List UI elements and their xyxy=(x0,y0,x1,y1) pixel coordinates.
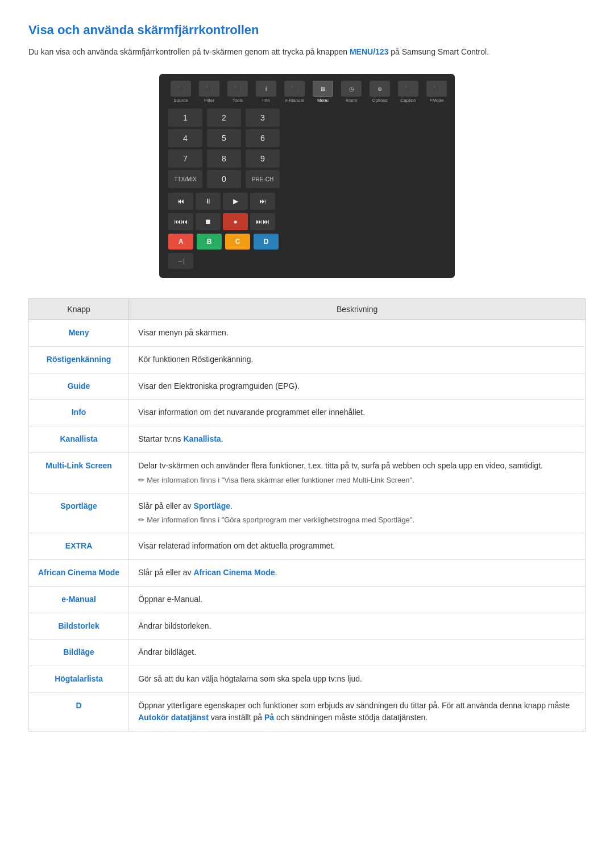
remote-source-btn: ⬛ Source xyxy=(168,81,193,103)
desc-bildstorlek: Ändrar bildstorleken. xyxy=(129,613,586,639)
key-d: D xyxy=(29,692,129,731)
remote-options-btn: ⊕ Options xyxy=(367,81,392,103)
desc-rostigenkanning: Kör funktionen Röstigenkänning. xyxy=(129,347,586,373)
play-btn: ▶ xyxy=(223,193,248,210)
desc-bildlage: Ändrar bildläget. xyxy=(129,639,586,666)
sportlage-link: Sportläge xyxy=(193,501,230,510)
transport-row-2: ⏮⏮ ⏹ ● ⏭⏭ xyxy=(168,213,446,230)
options-icon: ⊕ xyxy=(370,81,390,97)
page-title: Visa och använda skärmfjärrkontrollen xyxy=(28,23,586,38)
intro-text: Du kan visa och använda skärmfjärrkontro… xyxy=(28,47,350,56)
col-header-beskrivning: Beskrivning xyxy=(129,299,586,320)
note-text: Mer information finns i "Visa flera skär… xyxy=(147,475,414,486)
key-info: Info xyxy=(29,400,129,426)
note-icon: ✏ xyxy=(138,475,144,486)
color-d-btn: D xyxy=(254,234,279,250)
key-bildstorlek: Bildstorlek xyxy=(29,613,129,639)
rewind-btn: ⏮ xyxy=(168,193,193,210)
kanallista-link: Kanallista xyxy=(184,434,221,443)
num-0: 0 xyxy=(207,170,241,188)
fast-forward-btn: ⏭ xyxy=(250,193,275,210)
source-icon: ⬛ xyxy=(171,81,191,97)
arrow-row: →| xyxy=(168,253,446,269)
desc-d: Öppnar ytterligare egenskaper och funkti… xyxy=(129,692,586,731)
remote-caption-btn: ⬛ Caption xyxy=(396,81,421,103)
pa-link: På xyxy=(264,713,274,722)
num-9: 9 xyxy=(246,149,280,168)
intro-suffix: på Samsung Smart Control. xyxy=(388,47,489,56)
num-7: 7 xyxy=(168,149,202,168)
caption-icon: ⬛ xyxy=(398,81,418,97)
desc-extra: Visar relaterad information om det aktue… xyxy=(129,533,586,560)
table-row: Sportläge Slår på eller av Sportläge. ✏ … xyxy=(29,493,586,533)
sportlage-note: ✏ Mer information finns i "Göra sportpro… xyxy=(138,514,576,526)
table-row: Info Visar information om det nuvarande … xyxy=(29,400,586,426)
remote-number-grid: 1 2 3 4 5 6 7 8 9 TTX/MIX 0 PRE-CH xyxy=(168,109,446,188)
desc-emanual: Öppnar e-Manual. xyxy=(129,586,586,613)
desc-hogtalarlista: Gör så att du kan välja högtalarna som s… xyxy=(129,666,586,692)
color-c-btn: C xyxy=(225,234,250,250)
table-row: D Öppnar ytterligare egenskaper och funk… xyxy=(29,692,586,731)
color-a-btn: A xyxy=(168,234,193,250)
remote-box: ⬛ Source ⬛ Filter ⬛ Tools i Info ⬛ e-Man… xyxy=(159,74,455,278)
desc-guide: Visar den Elektroniska programguiden (EP… xyxy=(129,373,586,400)
african-cinema-link: African Cinema Mode xyxy=(193,568,275,577)
remote-illustration: ⬛ Source ⬛ Filter ⬛ Tools i Info ⬛ e-Man… xyxy=(28,74,586,278)
num-1: 1 xyxy=(168,109,202,127)
remote-info-btn: i Info xyxy=(254,81,279,103)
num-2: 2 xyxy=(207,109,241,127)
table-row: Kanallista Startar tv:ns Kanallista. xyxy=(29,426,586,453)
table-row: Bildläge Ändrar bildläget. xyxy=(29,639,586,666)
num-6: 6 xyxy=(246,129,280,147)
key-extra: EXTRA xyxy=(29,533,129,560)
key-hogtalarlista: Högtalarlista xyxy=(29,666,129,692)
num-5: 5 xyxy=(207,129,241,147)
remote-fmode-btn: ⬛ FMode xyxy=(424,81,449,103)
num-prech: PRE-CH xyxy=(246,170,280,188)
alarm-icon: ◷ xyxy=(341,81,362,97)
description-table: Knapp Beskrivning Meny Visar menyn på sk… xyxy=(28,298,586,732)
table-row: Högtalarlista Gör så att du kan välja hö… xyxy=(29,666,586,692)
remote-top-row: ⬛ Source ⬛ Filter ⬛ Tools i Info ⬛ e-Man… xyxy=(168,81,446,103)
pause-btn: ⏸ xyxy=(196,193,221,210)
num-3: 3 xyxy=(246,109,280,127)
key-rostigenkanning: Röstigenkänning xyxy=(29,347,129,373)
table-row: Bildstorlek Ändrar bildstorleken. xyxy=(29,613,586,639)
desc-sportlage: Slår på eller av Sportläge. ✏ Mer inform… xyxy=(129,493,586,533)
remote-filter-btn: ⬛ Filter xyxy=(197,81,222,103)
desc-african-cinema: Slår på eller av African Cinema Mode. xyxy=(129,560,586,587)
key-emanual: e-Manual xyxy=(29,586,129,613)
record-btn: ● xyxy=(223,213,248,230)
note-text-2: Mer information finns i "Göra sportprogr… xyxy=(147,514,414,526)
autokor-link: Autokör datatjänst xyxy=(138,713,209,722)
desc-multilink: Delar tv-skärmen och använder flera funk… xyxy=(129,452,586,493)
table-row: Guide Visar den Elektroniska programguid… xyxy=(29,373,586,400)
emanual-icon: ⬛ xyxy=(284,81,305,97)
arrow-btn: →| xyxy=(168,253,193,269)
remote-menu-btn: ⊞ Menu xyxy=(310,81,335,103)
key-guide: Guide xyxy=(29,373,129,400)
color-b-btn: B xyxy=(197,234,222,250)
table-row: Meny Visar menyn på skärmen. xyxy=(29,320,586,347)
num-ttx: TTX/MIX xyxy=(168,170,202,188)
stop-btn: ⏹ xyxy=(196,213,221,230)
menu-highlight: MENU/123 xyxy=(350,47,388,56)
col-header-knapp: Knapp xyxy=(29,299,129,320)
num-8: 8 xyxy=(207,149,241,168)
table-row: e-Manual Öppnar e-Manual. xyxy=(29,586,586,613)
table-row: Röstigenkänning Kör funktionen Röstigenk… xyxy=(29,347,586,373)
desc-kanallista: Startar tv:ns Kanallista. xyxy=(129,426,586,453)
table-header-row: Knapp Beskrivning xyxy=(29,299,586,320)
tools-icon: ⬛ xyxy=(227,81,248,97)
info-icon: i xyxy=(256,81,276,97)
remote-tools-btn: ⬛ Tools xyxy=(225,81,250,103)
key-kanallista: Kanallista xyxy=(29,426,129,453)
fmode-icon: ⬛ xyxy=(426,81,447,97)
note-icon-2: ✏ xyxy=(138,514,144,526)
transport-row-1: ⏮ ⏸ ▶ ⏭ xyxy=(168,193,446,210)
table-row: African Cinema Mode Slår på eller av Afr… xyxy=(29,560,586,587)
num-4: 4 xyxy=(168,129,202,147)
key-bildlage: Bildläge xyxy=(29,639,129,666)
multilink-note: ✏ Mer information finns i "Visa flera sk… xyxy=(138,475,576,486)
skip-forward-btn: ⏭⏭ xyxy=(250,213,275,230)
